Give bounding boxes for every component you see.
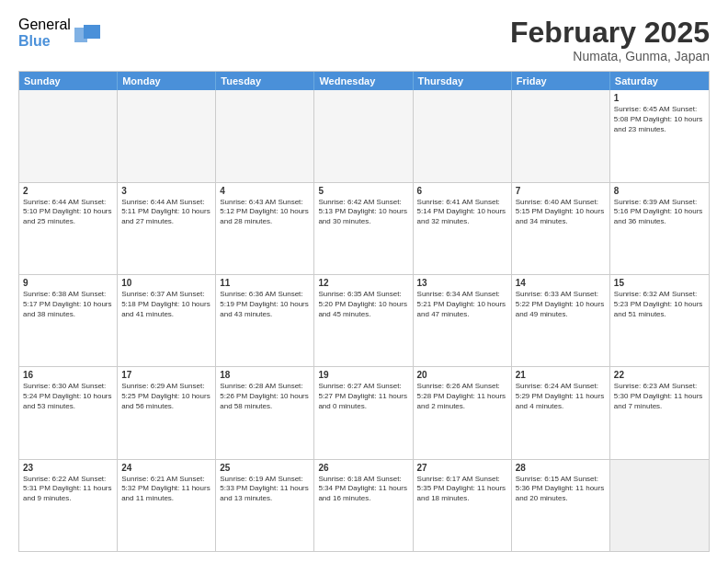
day-info: Sunrise: 6:30 AM Sunset: 5:24 PM Dayligh…	[23, 382, 113, 411]
calendar-cell: 1Sunrise: 6:45 AM Sunset: 5:08 PM Daylig…	[610, 90, 709, 181]
day-number: 9	[23, 278, 113, 288]
day-number: 24	[121, 463, 211, 473]
header-day-monday: Monday	[118, 72, 216, 90]
day-info: Sunrise: 6:27 AM Sunset: 5:27 PM Dayligh…	[318, 382, 408, 411]
calendar-cell: 13Sunrise: 6:34 AM Sunset: 5:21 PM Dayli…	[414, 275, 512, 366]
day-info: Sunrise: 6:17 AM Sunset: 5:35 PM Dayligh…	[417, 475, 507, 504]
day-number: 18	[220, 370, 310, 380]
day-number: 15	[614, 278, 705, 288]
calendar-cell: 19Sunrise: 6:27 AM Sunset: 5:27 PM Dayli…	[314, 367, 413, 458]
day-info: Sunrise: 6:38 AM Sunset: 5:17 PM Dayligh…	[23, 290, 113, 319]
day-number: 20	[417, 370, 507, 380]
day-number: 4	[220, 186, 310, 196]
calendar-cell	[414, 90, 512, 181]
calendar: SundayMondayTuesdayWednesdayThursdayFrid…	[18, 71, 710, 552]
calendar-cell: 24Sunrise: 6:21 AM Sunset: 5:32 PM Dayli…	[118, 460, 216, 551]
day-number: 23	[23, 463, 113, 473]
day-info: Sunrise: 6:42 AM Sunset: 5:13 PM Dayligh…	[318, 198, 408, 227]
calendar-cell: 28Sunrise: 6:15 AM Sunset: 5:36 PM Dayli…	[512, 460, 610, 551]
day-info: Sunrise: 6:15 AM Sunset: 5:36 PM Dayligh…	[516, 475, 606, 504]
logo-text: General Blue	[18, 17, 71, 49]
title-block: February 2025 Numata, Gunma, Japan	[510, 17, 710, 63]
header-day-friday: Friday	[512, 72, 610, 90]
calendar-cell: 12Sunrise: 6:35 AM Sunset: 5:20 PM Dayli…	[314, 275, 413, 366]
day-number: 22	[614, 370, 705, 380]
day-info: Sunrise: 6:34 AM Sunset: 5:21 PM Dayligh…	[417, 290, 507, 319]
day-info: Sunrise: 6:36 AM Sunset: 5:19 PM Dayligh…	[220, 290, 310, 319]
day-number: 25	[220, 463, 310, 473]
svg-marker-1	[74, 28, 87, 42]
header-day-saturday: Saturday	[610, 72, 709, 90]
day-number: 3	[121, 186, 211, 196]
calendar-cell	[512, 90, 610, 181]
day-number: 1	[614, 93, 705, 103]
calendar-cell: 8Sunrise: 6:39 AM Sunset: 5:16 PM Daylig…	[610, 183, 709, 274]
calendar-body: 1Sunrise: 6:45 AM Sunset: 5:08 PM Daylig…	[19, 90, 709, 551]
calendar-cell	[610, 460, 709, 551]
day-number: 26	[318, 463, 408, 473]
calendar-cell	[314, 90, 413, 181]
header-day-wednesday: Wednesday	[314, 72, 413, 90]
day-info: Sunrise: 6:43 AM Sunset: 5:12 PM Dayligh…	[220, 198, 310, 227]
day-number: 10	[121, 278, 211, 288]
day-number: 12	[318, 278, 408, 288]
calendar-cell: 25Sunrise: 6:19 AM Sunset: 5:33 PM Dayli…	[216, 460, 314, 551]
calendar-cell: 23Sunrise: 6:22 AM Sunset: 5:31 PM Dayli…	[19, 460, 118, 551]
day-number: 2	[23, 186, 113, 196]
day-info: Sunrise: 6:28 AM Sunset: 5:26 PM Dayligh…	[220, 382, 310, 411]
calendar-cell	[216, 90, 314, 181]
page: General Blue February 2025 Numata, Gunma…	[0, 0, 728, 563]
day-info: Sunrise: 6:45 AM Sunset: 5:08 PM Dayligh…	[614, 105, 705, 134]
day-number: 13	[417, 278, 507, 288]
header-day-sunday: Sunday	[19, 72, 118, 90]
day-info: Sunrise: 6:19 AM Sunset: 5:33 PM Dayligh…	[220, 475, 310, 504]
day-number: 16	[23, 370, 113, 380]
calendar-cell: 16Sunrise: 6:30 AM Sunset: 5:24 PM Dayli…	[19, 367, 118, 458]
calendar-cell: 11Sunrise: 6:36 AM Sunset: 5:19 PM Dayli…	[216, 275, 314, 366]
day-number: 11	[220, 278, 310, 288]
day-number: 14	[516, 278, 606, 288]
day-info: Sunrise: 6:32 AM Sunset: 5:23 PM Dayligh…	[614, 290, 705, 319]
day-number: 21	[516, 370, 606, 380]
calendar-cell: 2Sunrise: 6:44 AM Sunset: 5:10 PM Daylig…	[19, 183, 118, 274]
day-info: Sunrise: 6:26 AM Sunset: 5:28 PM Dayligh…	[417, 382, 507, 411]
day-info: Sunrise: 6:44 AM Sunset: 5:10 PM Dayligh…	[23, 198, 113, 227]
calendar-cell: 21Sunrise: 6:24 AM Sunset: 5:29 PM Dayli…	[512, 367, 610, 458]
logo-blue: Blue	[18, 33, 71, 50]
day-info: Sunrise: 6:22 AM Sunset: 5:31 PM Dayligh…	[23, 475, 113, 504]
calendar-cell: 9Sunrise: 6:38 AM Sunset: 5:17 PM Daylig…	[19, 275, 118, 366]
day-number: 17	[121, 370, 211, 380]
calendar-cell	[19, 90, 118, 181]
header-day-thursday: Thursday	[414, 72, 512, 90]
calendar-cell: 17Sunrise: 6:29 AM Sunset: 5:25 PM Dayli…	[118, 367, 216, 458]
calendar-cell: 18Sunrise: 6:28 AM Sunset: 5:26 PM Dayli…	[216, 367, 314, 458]
day-info: Sunrise: 6:40 AM Sunset: 5:15 PM Dayligh…	[516, 198, 606, 227]
day-info: Sunrise: 6:37 AM Sunset: 5:18 PM Dayligh…	[121, 290, 211, 319]
day-info: Sunrise: 6:35 AM Sunset: 5:20 PM Dayligh…	[318, 290, 408, 319]
calendar-cell: 27Sunrise: 6:17 AM Sunset: 5:35 PM Dayli…	[414, 460, 512, 551]
calendar-cell: 3Sunrise: 6:44 AM Sunset: 5:11 PM Daylig…	[118, 183, 216, 274]
day-info: Sunrise: 6:39 AM Sunset: 5:16 PM Dayligh…	[614, 198, 705, 227]
calendar-cell: 6Sunrise: 6:41 AM Sunset: 5:14 PM Daylig…	[414, 183, 512, 274]
day-number: 28	[516, 463, 606, 473]
day-info: Sunrise: 6:44 AM Sunset: 5:11 PM Dayligh…	[121, 198, 211, 227]
calendar-header: SundayMondayTuesdayWednesdayThursdayFrid…	[19, 72, 709, 90]
logo-general: General	[18, 17, 71, 33]
day-number: 7	[516, 186, 606, 196]
day-info: Sunrise: 6:21 AM Sunset: 5:32 PM Dayligh…	[121, 475, 211, 504]
logo: General Blue	[18, 17, 102, 49]
calendar-cell: 26Sunrise: 6:18 AM Sunset: 5:34 PM Dayli…	[314, 460, 413, 551]
calendar-row-3: 16Sunrise: 6:30 AM Sunset: 5:24 PM Dayli…	[19, 366, 709, 458]
day-info: Sunrise: 6:23 AM Sunset: 5:30 PM Dayligh…	[614, 382, 705, 411]
day-info: Sunrise: 6:29 AM Sunset: 5:25 PM Dayligh…	[121, 382, 211, 411]
calendar-cell: 20Sunrise: 6:26 AM Sunset: 5:28 PM Dayli…	[414, 367, 512, 458]
header: General Blue February 2025 Numata, Gunma…	[18, 17, 710, 63]
calendar-row-4: 23Sunrise: 6:22 AM Sunset: 5:31 PM Dayli…	[19, 459, 709, 551]
calendar-cell: 7Sunrise: 6:40 AM Sunset: 5:15 PM Daylig…	[512, 183, 610, 274]
calendar-cell: 10Sunrise: 6:37 AM Sunset: 5:18 PM Dayli…	[118, 275, 216, 366]
calendar-cell: 22Sunrise: 6:23 AM Sunset: 5:30 PM Dayli…	[610, 367, 709, 458]
day-number: 19	[318, 370, 408, 380]
day-info: Sunrise: 6:41 AM Sunset: 5:14 PM Dayligh…	[417, 198, 507, 227]
calendar-cell: 4Sunrise: 6:43 AM Sunset: 5:12 PM Daylig…	[216, 183, 314, 274]
calendar-cell: 15Sunrise: 6:32 AM Sunset: 5:23 PM Dayli…	[610, 275, 709, 366]
